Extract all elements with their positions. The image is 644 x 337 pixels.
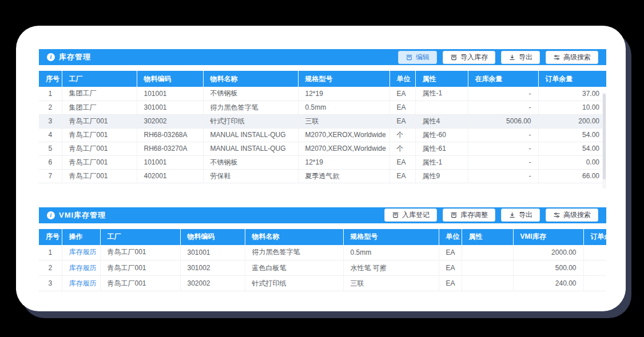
inventory-table: 序号 工厂 物料编码 物料名称 规格型号 单位 属性 在库余量 订单余量 1 集 [39,71,606,183]
cell-spec: 12*19 [298,155,389,169]
cell-attr: 属性-61 [415,142,468,155]
cell-order: 54.00 [538,142,606,155]
table-row[interactable]: 4 青岛工厂001 RH68-03268A MANUAL INSTALL-QUG… [39,128,606,142]
table-row[interactable]: 5 青岛工厂001 RH68-03270A MANUAL INSTALL-QUG… [39,142,606,155]
download-icon [508,54,516,61]
import-inventory-button[interactable]: 导入库存 [443,51,495,64]
table-row[interactable]: 6 青岛工厂001 101001 不锈钢板 12*19 EA 属性-1 - 0.… [39,155,606,169]
vmi-header-row: 序号 操作 工厂 物料编码 物料名称 规格型号 单位 属性 VMI库存 订单余量 [39,229,606,245]
inventory-title-bar: i 库存管理 编辑 导入库存 导出 高级搜索 [39,49,606,65]
col-material-code: 物料编码 [180,229,245,245]
stock-history-link[interactable]: 库存履历 [69,279,97,287]
cell-factory: 集团工厂 [62,87,137,101]
cell-factory: 青岛工厂001 [100,276,180,291]
stock-history-link[interactable]: 库存履历 [69,248,97,256]
info-icon: i [47,53,55,61]
cell-factory: 青岛工厂001 [62,128,137,142]
cell-stock: - [468,87,538,101]
cell-order [583,260,606,276]
panel-title-text: 库存管理 [59,52,91,62]
cell-attr: 属性-1 [415,87,468,101]
cell-no: 2 [39,101,62,114]
export-button-label: 导出 [519,53,532,62]
cell-vmi-stock: 500.00 [513,260,583,276]
col-material-code: 物料编码 [137,71,203,87]
inventory-header-row: 序号 工厂 物料编码 物料名称 规格型号 单位 属性 在库余量 订单余量 [39,71,606,87]
col-unit: 单位 [389,71,415,87]
col-no: 序号 [39,71,62,87]
advanced-search-button[interactable]: 高级搜索 [546,208,598,222]
cell-order: 200.00 [538,114,606,128]
cell-code: 101001 [137,87,203,101]
cell-no: 6 [39,155,62,169]
table-row[interactable]: 3 库存履历 青岛工厂001 302002 针式打印纸 三联 EA 240.00 [39,276,606,291]
table-row[interactable]: 7 青岛工厂001 402001 劳保鞋 夏季透气款 EA 属性9 - 66.0… [39,169,606,183]
table-row[interactable]: 2 集团工厂 301001 得力黑色签字笔 0.5mm EA - 10.00 [39,101,606,114]
cell-order [583,276,606,291]
edit-button[interactable]: 编辑 [398,51,437,64]
col-spec: 规格型号 [343,229,439,245]
advanced-search-button-label: 高级搜索 [563,210,591,220]
cell-factory: 青岛工厂001 [100,245,180,260]
cell-name: MANUAL INSTALL-QUG [203,142,298,155]
cell-vmi-stock: 240.00 [513,276,583,291]
inventory-adjust-button[interactable]: 库存调整 [443,208,495,222]
inbound-register-button[interactable]: 入库登记 [384,208,437,222]
vmi-table: 序号 操作 工厂 物料编码 物料名称 规格型号 单位 属性 VMI库存 订单余量 [39,229,606,292]
vertical-scrollbar[interactable] [602,93,606,188]
edit-button-label: 编辑 [416,53,430,62]
cell-factory: 青岛工厂001 [62,114,137,128]
cell-code: 101001 [137,155,203,169]
scrollbar-thumb[interactable] [603,94,606,179]
cell-factory: 青岛工厂001 [62,169,137,183]
cell-stock: - [468,155,538,169]
col-order-balance: 订单余量 [538,71,606,87]
inventory-panel: i 库存管理 编辑 导入库存 导出 高级搜索 [39,49,606,183]
cell-name: 针式打印纸 [245,276,343,291]
cell-name: 不锈钢板 [203,87,298,101]
archive-icon [450,54,458,61]
col-action: 操作 [62,229,100,245]
cell-factory: 青岛工厂001 [62,155,137,169]
cell-stock: - [468,169,538,183]
cell-attr [462,245,513,260]
cell-no: 7 [39,169,62,183]
table-row[interactable]: 1 集团工厂 101001 不锈钢板 12*19 EA 属性-1 - 37.00 [39,87,606,101]
stock-history-link[interactable]: 库存履历 [69,264,97,272]
cell-code: 302002 [137,114,203,128]
cell-spec: M2070,XEROX,Worldwide [298,128,389,142]
vmi-panel-title: i VMI库存管理 [47,210,106,220]
cell-name: 针式打印纸 [203,114,298,128]
cell-order: 66.00 [538,169,606,183]
cell-unit: EA [389,101,415,114]
table-row[interactable]: 1 库存履历 青岛工厂001 301001 得力黑色签字笔 0.5mm EA 2… [39,245,606,260]
cell-unit: EA [389,169,415,183]
cell-factory: 青岛工厂001 [100,260,180,276]
sliders-icon [553,54,560,61]
cell-order: 37.00 [538,87,606,101]
cell-code: 301001 [137,101,203,114]
cell-spec: 夏季透气款 [298,169,389,183]
cell-name: 不锈钢板 [203,155,298,169]
info-icon: i [47,211,55,219]
cell-no: 3 [39,114,62,128]
table-row[interactable]: 2 库存履历 青岛工厂001 301002 蓝色白板笔 水性笔 可擦 EA 50… [39,260,606,276]
vmi-panel: i VMI库存管理 入库登记 库存调整 导出 高级搜索 [39,207,606,292]
export-button[interactable]: 导出 [501,208,540,222]
panel-title-text: VMI库存管理 [59,210,106,220]
cell-no: 5 [39,142,62,155]
export-button[interactable]: 导出 [501,51,540,64]
advanced-search-button[interactable]: 高级搜索 [546,51,598,64]
cell-spec: 0.5mm [298,101,389,114]
app-card: i 库存管理 编辑 导入库存 导出 高级搜索 [16,26,626,311]
cell-code: 302002 [180,276,245,291]
table-row-highlighted[interactable]: 3 青岛工厂001 302002 针式打印纸 三联 EA 属性4 5006.00… [39,114,606,128]
cell-spec: 三联 [298,114,389,128]
archive-icon [392,211,399,219]
download-icon [508,211,516,219]
cell-no: 3 [39,276,62,291]
archive-icon [406,54,413,61]
col-spec: 规格型号 [298,71,389,87]
col-unit: 单位 [439,229,462,245]
cell-stock: 5006.00 [468,114,538,128]
